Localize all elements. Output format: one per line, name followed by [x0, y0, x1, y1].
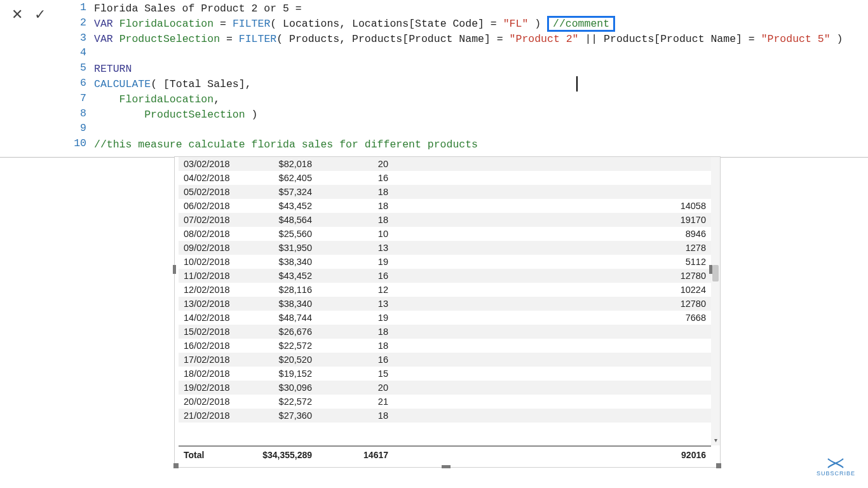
dna-icon: [827, 458, 844, 469]
cell-date: 09/02/2018: [179, 241, 248, 255]
cell-qty: 13: [331, 241, 401, 255]
cell-sales: $22,572: [248, 339, 331, 353]
code-line-1[interactable]: Florida Sales of Product 2 or 5 =: [94, 1, 868, 17]
cell-date: 10/02/2018: [179, 255, 248, 269]
cell-date: 06/02/2018: [179, 199, 248, 213]
cell-extra: [401, 381, 711, 395]
cell-sales: $82,018: [248, 157, 331, 171]
code-line-2[interactable]: VAR FloridaLocation = FILTER( Locations,…: [94, 17, 868, 32]
resize-corner-bl[interactable]: [173, 463, 179, 468]
table-row[interactable]: 14/02/2018$48,744197668: [179, 311, 711, 325]
cell-extra: [401, 185, 711, 199]
cell-qty: 21: [331, 395, 401, 409]
scroll-down-icon[interactable]: ▾: [711, 437, 720, 445]
table-row[interactable]: 12/02/2018$28,1161210224: [179, 283, 711, 297]
cell-qty: 19: [331, 255, 401, 269]
resize-handle-right[interactable]: [709, 265, 712, 274]
table-row[interactable]: 16/02/2018$22,57218: [179, 339, 711, 353]
partial-row: [179, 437, 711, 443]
code-line-5[interactable]: RETURN: [94, 62, 868, 77]
table-row[interactable]: 18/02/2018$19,15215: [179, 367, 711, 381]
cell-sales: $43,452: [248, 269, 331, 283]
dax-editor[interactable]: 1 2 3 4 5 6 7 8 9 10 Florida Sales of Pr…: [70, 0, 868, 157]
cell-sales: $43,452: [248, 199, 331, 213]
table-row[interactable]: 03/02/2018$82,01820: [179, 157, 711, 171]
cell-sales: $48,744: [248, 311, 331, 325]
code-line-9[interactable]: [94, 122, 868, 137]
table-row[interactable]: 13/02/2018$38,3401312780: [179, 297, 711, 311]
cell-qty: 15: [331, 367, 401, 381]
cell-qty: 18: [331, 409, 401, 423]
cancel-icon[interactable]: ✕: [11, 6, 23, 23]
table-visual[interactable]: 03/02/2018$82,0182004/02/2018$62,4051605…: [174, 156, 721, 468]
cell-qty: 18: [331, 199, 401, 213]
comment-highlight: //comment: [547, 16, 615, 32]
total-sales: $34,355,289: [248, 450, 331, 460]
cell-date: 19/02/2018: [179, 381, 248, 395]
accept-icon[interactable]: ✓: [34, 6, 46, 23]
table-row[interactable]: 21/02/2018$27,36018: [179, 409, 711, 423]
cell-extra: 14058: [401, 199, 711, 213]
code-line-6[interactable]: CALCULATE( [Total Sales],: [94, 77, 868, 92]
subscribe-label: SUBSCRIBE: [817, 470, 855, 477]
data-table: 03/02/2018$82,0182004/02/2018$62,4051605…: [179, 157, 711, 423]
cell-extra: 12780: [401, 269, 711, 283]
table-row[interactable]: 09/02/2018$31,950131278: [179, 241, 711, 255]
cell-sales: $38,340: [248, 255, 331, 269]
cell-sales: $62,405: [248, 171, 331, 185]
code-line-3[interactable]: VAR ProductSelection = FILTER( Products,…: [94, 32, 868, 47]
cell-extra: [401, 367, 711, 381]
resize-handle-bottom[interactable]: [442, 465, 451, 468]
cell-date: 18/02/2018: [179, 367, 248, 381]
cell-date: 17/02/2018: [179, 353, 248, 367]
resize-corner-br[interactable]: [716, 463, 721, 468]
cell-extra: 19170: [401, 213, 711, 227]
table-row[interactable]: 15/02/2018$26,67618: [179, 325, 711, 339]
cell-extra: 5112: [401, 255, 711, 269]
cell-date: 05/02/2018: [179, 185, 248, 199]
table-row[interactable]: 06/02/2018$43,4521814058: [179, 199, 711, 213]
cell-sales: $31,950: [248, 241, 331, 255]
code-line-10[interactable]: //this measure calculate florida sales f…: [94, 137, 868, 152]
table-row[interactable]: 11/02/2018$43,4521612780: [179, 269, 711, 283]
table-row[interactable]: 08/02/2018$25,560108946: [179, 227, 711, 241]
cell-sales: $19,152: [248, 367, 331, 381]
cell-date: 03/02/2018: [179, 157, 248, 171]
subscribe-watermark: SUBSCRIBE: [817, 458, 855, 477]
scrollbar-thumb[interactable]: [712, 265, 719, 281]
cell-date: 20/02/2018: [179, 395, 248, 409]
code-line-4[interactable]: [94, 46, 868, 62]
cell-qty: 20: [331, 157, 401, 171]
code-line-8[interactable]: ProductSelection ): [94, 107, 868, 123]
table-row[interactable]: 17/02/2018$20,52016: [179, 353, 711, 367]
table-row[interactable]: 05/02/2018$57,32418: [179, 185, 711, 199]
code-lines[interactable]: Florida Sales of Product 2 or 5 = VAR Fl…: [94, 1, 868, 152]
table-total-row: Total $34,355,289 14617 92016: [179, 445, 711, 463]
cell-date: 04/02/2018: [179, 171, 248, 185]
table-row[interactable]: 04/02/2018$62,40516: [179, 171, 711, 185]
cell-date: 08/02/2018: [179, 227, 248, 241]
table-row[interactable]: 07/02/2018$48,5641819170: [179, 213, 711, 227]
cell-qty: 12: [331, 283, 401, 297]
vertical-scrollbar[interactable]: ▾: [711, 157, 720, 445]
cell-sales: $20,520: [248, 353, 331, 367]
cell-qty: 10: [331, 227, 401, 241]
table-row[interactable]: 10/02/2018$38,340195112: [179, 255, 711, 269]
table-row[interactable]: 19/02/2018$30,09620: [179, 381, 711, 395]
cell-extra: [401, 339, 711, 353]
cell-sales: $57,324: [248, 185, 331, 199]
formula-controls: ✕ ✓: [0, 0, 70, 157]
total-extra: 92016: [401, 450, 711, 460]
cell-sales: $25,560: [248, 227, 331, 241]
cell-date: 13/02/2018: [179, 297, 248, 311]
table-body[interactable]: 03/02/2018$82,0182004/02/2018$62,4051605…: [179, 157, 711, 445]
cell-qty: 19: [331, 311, 401, 325]
cell-qty: 16: [331, 171, 401, 185]
line-gutter: 1 2 3 4 5 6 7 8 9 10: [70, 0, 90, 157]
cell-extra: [401, 353, 711, 367]
cell-sales: $48,564: [248, 213, 331, 227]
table-row[interactable]: 20/02/2018$22,57221: [179, 395, 711, 409]
resize-handle-left[interactable]: [173, 265, 176, 274]
code-line-7[interactable]: FloridaLocation,: [94, 92, 868, 107]
cell-extra: 7668: [401, 311, 711, 325]
